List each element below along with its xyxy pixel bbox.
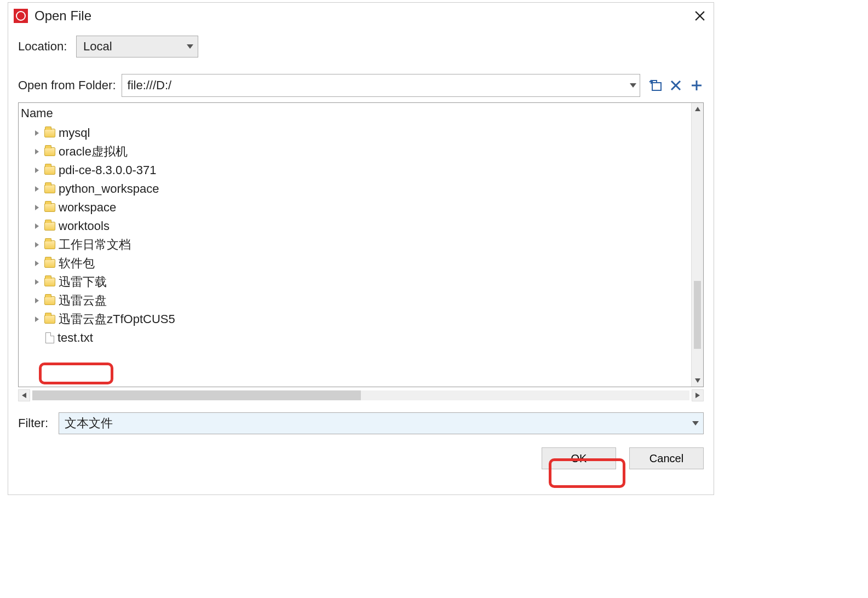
item-label: worktools <box>59 219 110 233</box>
scroll-left-icon[interactable] <box>18 389 30 401</box>
open-from-folder-label: Open from Folder: <box>18 78 116 93</box>
folder-icon <box>44 147 55 156</box>
expand-chevron-icon[interactable] <box>35 186 39 192</box>
chevron-down-icon <box>692 421 699 426</box>
svg-marker-10 <box>22 393 26 398</box>
ok-button[interactable]: OK <box>542 447 616 469</box>
folder-icon <box>44 222 55 231</box>
scroll-down-icon[interactable] <box>692 375 703 387</box>
column-header-name[interactable]: Name <box>19 103 691 123</box>
folder-item[interactable]: 迅雷云盘 <box>35 291 691 310</box>
folder-icon <box>44 278 55 286</box>
close-icon[interactable] <box>692 8 708 24</box>
file-icon <box>45 332 54 343</box>
folder-icon <box>44 315 55 324</box>
item-label: pdi-ce-8.3.0.0-371 <box>59 163 157 177</box>
folder-icon <box>44 240 55 249</box>
folder-icon <box>44 129 55 137</box>
item-label: 迅雷云盘 <box>59 292 107 309</box>
item-label: 迅雷云盘zTfOptCUS5 <box>59 311 175 327</box>
location-label: Location: <box>18 39 76 54</box>
vertical-scrollbar[interactable] <box>691 103 703 387</box>
folder-path-value: file:///D:/ <box>128 78 172 93</box>
filter-label: Filter: <box>18 416 59 430</box>
item-label: 迅雷下载 <box>59 274 107 290</box>
scroll-right-icon[interactable] <box>692 389 704 401</box>
expand-chevron-icon[interactable] <box>35 149 39 154</box>
folder-item[interactable]: worktools <box>35 217 691 235</box>
hscroll-thumb[interactable] <box>32 390 361 400</box>
folder-item[interactable]: pdi-ce-8.3.0.0-371 <box>35 161 691 180</box>
add-icon[interactable] <box>689 78 704 93</box>
folder-icon <box>44 296 55 305</box>
folder-path-input[interactable]: file:///D:/ <box>122 74 640 97</box>
expand-chevron-icon[interactable] <box>35 298 39 303</box>
expand-chevron-icon[interactable] <box>35 279 39 285</box>
chevron-down-icon <box>187 44 193 49</box>
folder-item[interactable]: oracle虚拟机 <box>35 142 691 161</box>
window-title: Open File <box>35 8 91 24</box>
scroll-up-icon[interactable] <box>692 103 703 115</box>
chevron-down-icon <box>630 83 636 88</box>
folder-item[interactable]: mysql <box>35 124 691 142</box>
item-label: 工作日常文档 <box>59 237 131 253</box>
svg-marker-9 <box>695 378 700 383</box>
item-label: test.txt <box>58 331 93 345</box>
folder-item[interactable]: python_workspace <box>35 180 691 198</box>
filter-value: 文本文件 <box>65 415 113 432</box>
folder-item[interactable]: 迅雷下载 <box>35 273 691 291</box>
delete-icon[interactable] <box>669 78 683 93</box>
file-item[interactable]: test.txt <box>35 329 691 347</box>
folder-icon <box>44 203 55 212</box>
open-file-dialog: Open File Location: Local Open from Fold… <box>8 2 714 495</box>
item-label: workspace <box>59 200 116 215</box>
folder-icon <box>44 166 55 175</box>
folder-item[interactable]: workspace <box>35 198 691 217</box>
horizontal-scrollbar[interactable] <box>32 390 689 400</box>
folder-item[interactable]: 迅雷云盘zTfOptCUS5 <box>35 310 691 329</box>
folder-icon <box>44 259 55 268</box>
cancel-button[interactable]: Cancel <box>629 447 704 469</box>
item-label: python_workspace <box>59 182 159 196</box>
file-browser: Name mysqloracle虚拟机pdi-ce-8.3.0.0-371pyt… <box>18 102 704 387</box>
folder-item[interactable]: 软件包 <box>35 254 691 273</box>
item-label: oracle虚拟机 <box>59 143 128 160</box>
expand-chevron-icon[interactable] <box>35 205 39 210</box>
expand-chevron-icon[interactable] <box>35 168 39 173</box>
expand-chevron-icon[interactable] <box>35 317 39 322</box>
expand-chevron-icon[interactable] <box>35 261 39 266</box>
item-label: 软件包 <box>59 255 95 272</box>
expand-chevron-icon[interactable] <box>35 223 39 229</box>
location-value: Local <box>83 39 112 54</box>
expand-chevron-icon[interactable] <box>35 242 39 248</box>
folder-icon <box>44 185 55 193</box>
scroll-thumb[interactable] <box>694 281 701 348</box>
location-select[interactable]: Local <box>76 36 198 58</box>
app-icon <box>14 9 28 23</box>
titlebar: Open File <box>8 3 714 29</box>
folder-item[interactable]: 工作日常文档 <box>35 235 691 254</box>
svg-marker-11 <box>695 393 700 398</box>
svg-marker-8 <box>695 107 700 111</box>
svg-rect-2 <box>652 83 661 90</box>
item-label: mysql <box>59 126 90 140</box>
up-folder-icon[interactable] <box>648 78 662 93</box>
expand-chevron-icon[interactable] <box>35 130 39 136</box>
filter-select[interactable]: 文本文件 <box>59 412 704 434</box>
